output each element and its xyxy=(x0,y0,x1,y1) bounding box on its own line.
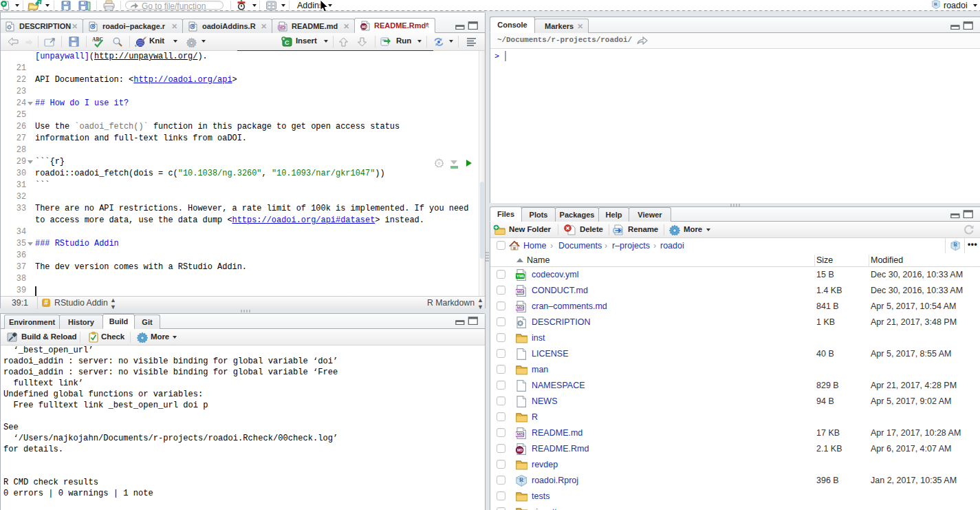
svg-text:R: R xyxy=(191,24,195,29)
svg-text:MD: MD xyxy=(279,25,285,30)
svg-text:R: R xyxy=(91,24,95,29)
svg-text:MD: MD xyxy=(362,25,367,29)
